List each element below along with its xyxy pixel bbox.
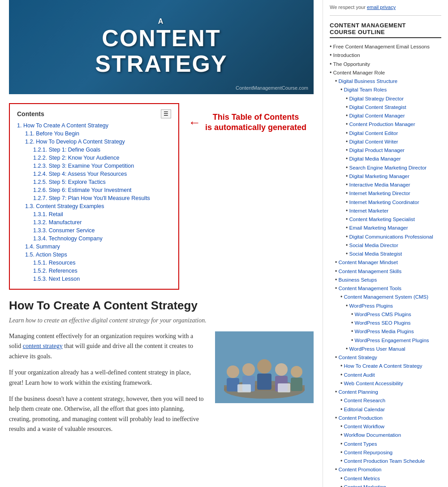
nav-link[interactable]: Social Media Strategist — [349, 251, 402, 257]
nav-link[interactable]: Content Production Team Schedule — [344, 458, 425, 464]
nav-link[interactable]: Content Manager Role — [333, 70, 385, 75]
nav-link[interactable]: Content Management Tools — [339, 286, 401, 291]
nav-link[interactable]: WordPress User Manual — [349, 346, 405, 352]
nav-link[interactable]: Content Production Manager — [349, 122, 415, 127]
toc-link[interactable]: 1.3.2. Manufacturer — [33, 219, 82, 226]
toc-link[interactable]: 1.2.5. Step 5: Explore Tactics — [33, 179, 106, 185]
toc-link[interactable]: 1.2.4. Step 4: Assess Your Resources — [33, 171, 127, 177]
list-item: Search Engine Marketing Director — [330, 164, 441, 172]
nav-link[interactable]: WordPress Media Plugins — [355, 329, 414, 334]
nav-link[interactable]: Content Management Skills — [339, 269, 402, 274]
nav-link[interactable]: WordPress Plugins — [349, 303, 393, 309]
list-item: Content Strategy — [330, 353, 441, 361]
nav-link[interactable]: Digital Content Writer — [349, 139, 398, 144]
list-item: Digital Content Editor — [330, 129, 441, 137]
toc-link[interactable]: 1.2. How To Develop A Content Strategy — [25, 139, 125, 145]
nav-link[interactable]: Content Repurposing — [344, 450, 393, 455]
nav-link[interactable]: Digital Content Strategist — [349, 104, 406, 110]
sidebar-privacy-text: We respect your email privacy — [330, 4, 441, 10]
toc-link[interactable]: 1.5. Action Steps — [25, 252, 67, 258]
toc-link[interactable]: 1.2.1. Step 1: Define Goals — [33, 147, 100, 153]
toc-link[interactable]: 1.3.1. Retail — [33, 211, 63, 217]
list-item: WordPress Plugins — [330, 302, 441, 310]
list-item: Content Marketing — [330, 483, 441, 487]
nav-link[interactable]: Digital Marketing Manager — [349, 174, 409, 179]
nav-link[interactable]: Content Workflow — [344, 424, 385, 429]
toc-link[interactable]: 1.3. Content Strategy Examples — [25, 203, 104, 209]
content-strategy-link[interactable]: content strategy — [23, 343, 63, 349]
nav-link[interactable]: Editorial Calendar — [344, 407, 385, 412]
privacy-link[interactable]: email privacy — [367, 4, 396, 10]
toc-link[interactable]: 1.2.2. Step 2: Know Your Audience — [33, 155, 120, 161]
nav-link[interactable]: Workflow Documentation — [344, 432, 401, 438]
nav-link[interactable]: Interactive Media Manager — [349, 182, 410, 187]
nav-link[interactable]: Business Setups — [339, 277, 377, 283]
nav-link[interactable]: Content Production — [339, 415, 383, 421]
nav-link[interactable]: Content Strategy — [339, 355, 377, 360]
nav-link[interactable]: Web Content Accessibility — [344, 381, 403, 386]
nav-link[interactable]: Content Planning — [339, 389, 378, 395]
sidebar-course-title: CONTENT MANAGEMENTCOURSE OUTLINE — [330, 22, 441, 38]
list-item: Content Audit — [330, 371, 441, 379]
nav-link[interactable]: Digital Communications Professional — [349, 234, 433, 239]
toc-link[interactable]: 1.3.4. Technology Company — [33, 235, 103, 242]
nav-link[interactable]: Digital Business Structure — [339, 78, 398, 84]
nav-link[interactable]: Content Manager Mindset — [339, 260, 398, 265]
list-item: 1.3.4. Technology Company — [33, 235, 171, 242]
nav-link[interactable]: Digital Content Manager — [349, 113, 405, 118]
list-item: Content Management System (CMS) — [330, 293, 441, 301]
nav-link[interactable]: The Opportunity — [333, 61, 370, 67]
nav-link[interactable]: WordPress Engagement Plugins — [355, 338, 429, 343]
nav-link[interactable]: Internet Marketing Coordinator — [349, 200, 419, 205]
nav-link[interactable]: Digital Content Editor — [349, 130, 398, 136]
article-paragraph-3: If the business doesn't have a content s… — [9, 394, 206, 435]
toc-link[interactable]: 1.3.3. Consumer Service — [33, 227, 95, 234]
nav-link[interactable]: Content Management System (CMS) — [344, 294, 429, 300]
toc-link[interactable]: 1.4. Summary — [25, 244, 60, 250]
list-item: 1.2.2. Step 2: Know Your Audience — [33, 154, 171, 161]
list-item: 1.5. Action Steps — [25, 251, 171, 258]
toc-link[interactable]: 1.5.1. Resources — [33, 260, 76, 266]
list-item: Interactive Media Manager — [330, 181, 441, 189]
nav-link[interactable]: Social Media Director — [349, 243, 398, 248]
nav-link[interactable]: Digital Product Manager — [349, 148, 405, 153]
toc-link[interactable]: 1.2.3. Step 3: Examine Your Competition — [33, 163, 134, 169]
nav-link[interactable]: Search Engine Marketing Director — [349, 165, 427, 170]
nav-link[interactable]: WordPress SEO Plugins — [355, 320, 411, 326]
nav-link[interactable]: Internet Marketing Director — [349, 191, 410, 196]
list-item: Editorial Calendar — [330, 405, 441, 413]
hero-sub-text: A — [158, 17, 165, 26]
list-item: Workflow Documentation — [330, 431, 441, 439]
nav-link[interactable]: Digital Strategy Director — [349, 96, 404, 101]
nav-link[interactable]: Content Metrics — [344, 476, 380, 481]
toc-link[interactable]: 1.2.6. Step 6: Estimate Your Investment — [33, 187, 132, 193]
toc-link[interactable]: 1. How To Create A Content Strategy — [17, 122, 108, 129]
list-item: 1.4. Summary — [25, 243, 171, 250]
toc-link[interactable]: 1.5.3. Next Lesson — [33, 276, 80, 282]
nav-link[interactable]: Free Content Management Email Lessons — [333, 44, 430, 49]
toc-toggle-button[interactable]: ☰ — [161, 109, 171, 118]
article-paragraph-2: If your organization already has a well-… — [9, 368, 206, 388]
nav-link[interactable]: Email Marketing Manager — [349, 225, 408, 230]
nav-link[interactable]: Content Research — [344, 398, 386, 403]
toc-link[interactable]: 1.5.2. References — [33, 268, 78, 274]
list-item: Web Content Accessibility — [330, 379, 441, 387]
nav-link[interactable]: Content Marketing Specialist — [349, 217, 415, 222]
nav-link[interactable]: Digital Team Roles — [344, 87, 387, 92]
nav-link[interactable]: Digital Media Manager — [349, 156, 401, 161]
nav-link[interactable]: Content Types — [344, 441, 377, 447]
nav-link[interactable]: Internet Marketer — [349, 208, 389, 213]
list-item: 1.2.5. Step 5: Explore Tactics — [33, 178, 171, 186]
nav-link[interactable]: Content Marketing — [344, 484, 386, 487]
nav-link[interactable]: How To Create A Content Strategy — [344, 363, 422, 369]
nav-link[interactable]: Content Audit — [344, 372, 375, 378]
list-item: Content Research — [330, 396, 441, 404]
nav-link[interactable]: WordPress CMS Plugins — [355, 312, 411, 317]
nav-link[interactable]: Content Promotion — [339, 467, 382, 472]
list-item: 1.2.7. Step 7: Plan How You'll Measure R… — [33, 195, 171, 202]
article-image — [215, 331, 314, 403]
nav-link[interactable]: Introduction — [333, 52, 360, 58]
toc-link[interactable]: 1.2.7. Step 7: Plan How You'll Measure R… — [33, 195, 150, 201]
toc-link[interactable]: 1.1. Before You Begin — [25, 130, 79, 137]
list-item: 1.5.3. Next Lesson — [33, 275, 171, 283]
